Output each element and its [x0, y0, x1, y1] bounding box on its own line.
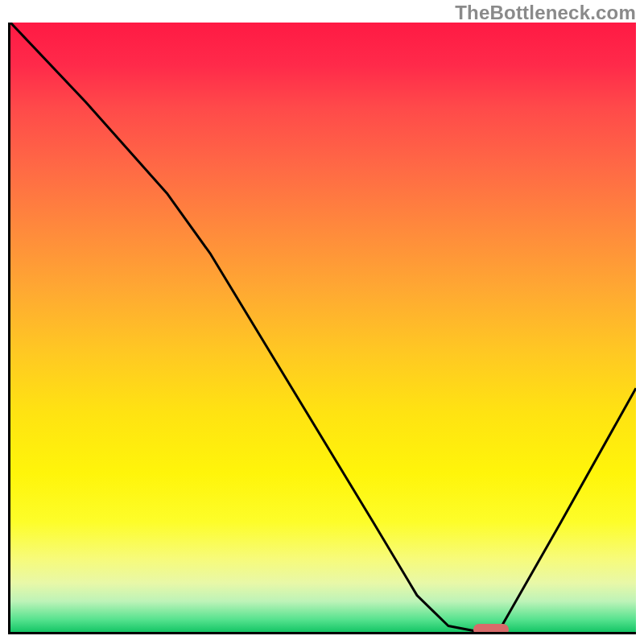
- minimum-marker: [473, 624, 509, 634]
- curve-path: [10, 23, 636, 632]
- watermark-text: TheBottleneck.com: [455, 2, 636, 24]
- plot-area: [8, 23, 636, 634]
- curve-svg: [10, 23, 636, 632]
- chart-container: TheBottleneck.com: [0, 0, 644, 644]
